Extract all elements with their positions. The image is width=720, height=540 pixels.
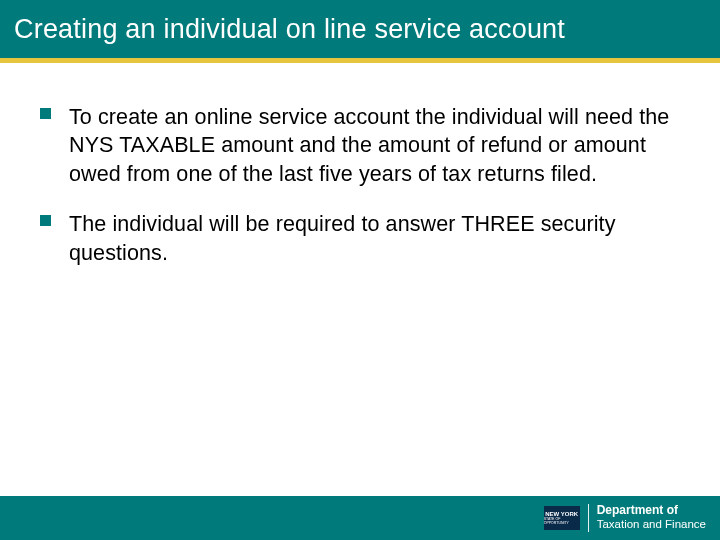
slide: Creating an individual on line service a… — [0, 0, 720, 540]
bullet-text: The individual will be required to answe… — [69, 210, 680, 267]
header-bar: Creating an individual on line service a… — [0, 0, 720, 58]
list-item: The individual will be required to answe… — [40, 210, 680, 267]
dept-line-1: Department of — [597, 504, 706, 518]
square-bullet-icon — [40, 215, 51, 226]
footer-logo: NEW YORK STATE OF OPPORTUNITY Department… — [544, 504, 706, 532]
footer-divider — [588, 504, 589, 532]
list-item: To create an online service account the … — [40, 103, 680, 188]
bullet-text: To create an online service account the … — [69, 103, 680, 188]
square-bullet-icon — [40, 108, 51, 119]
page-title: Creating an individual on line service a… — [14, 14, 565, 45]
footer-department: Department of Taxation and Finance — [597, 504, 706, 531]
nys-seal-icon: NEW YORK STATE OF OPPORTUNITY — [544, 506, 580, 530]
dept-line-2: Taxation and Finance — [597, 518, 706, 531]
footer-bar: NEW YORK STATE OF OPPORTUNITY Department… — [0, 496, 720, 540]
seal-text-bottom: STATE OF OPPORTUNITY — [544, 518, 580, 525]
content-area: To create an online service account the … — [0, 63, 720, 267]
